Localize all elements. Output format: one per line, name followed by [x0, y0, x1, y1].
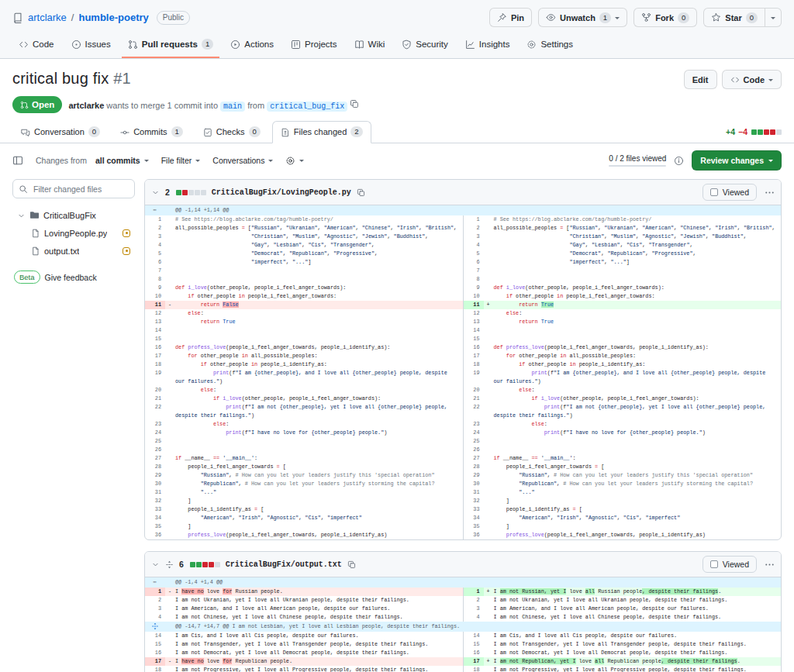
nav-issues[interactable]: Issues [65, 33, 117, 58]
line-number-right[interactable]: 17 [463, 352, 484, 360]
line-number-left[interactable]: 8 [145, 275, 165, 284]
nav-wiki[interactable]: Wiki [348, 33, 392, 58]
diff-settings-button[interactable] [285, 155, 304, 166]
line-number-left[interactable]: 28 [145, 463, 165, 471]
line-number-right[interactable]: 7 [463, 267, 484, 275]
tree-file-output.txt[interactable]: output.txt [12, 242, 135, 260]
line-number-left[interactable]: 22 [145, 403, 165, 420]
line-number-right[interactable]: 10 [463, 292, 484, 301]
star-dropdown-button[interactable] [765, 8, 782, 27]
line-number-left[interactable]: 1 [145, 588, 165, 596]
base-branch-label[interactable]: main [220, 102, 245, 112]
line-number-right[interactable]: 3 [463, 605, 484, 613]
file-path-link[interactable]: CriticalBugFix/output.txt [226, 560, 342, 569]
line-number-left[interactable]: 30 [145, 480, 165, 488]
line-number-right[interactable]: 17 [463, 657, 484, 666]
line-number-left[interactable]: 15 [145, 335, 165, 343]
line-number-right[interactable]: 5 [463, 250, 484, 258]
expand-hunk-button[interactable]: ⋯ [145, 578, 165, 587]
line-number-left[interactable]: 27 [145, 454, 165, 463]
line-number-right[interactable]: 28 [463, 463, 484, 471]
collapse-file-button[interactable] [151, 188, 160, 198]
line-number-right[interactable]: 2 [463, 224, 484, 233]
line-number-left[interactable]: 32 [145, 497, 165, 505]
line-number-right[interactable]: 23 [463, 420, 484, 429]
line-number-right[interactable]: 18 [463, 360, 484, 369]
line-number-right[interactable]: 15 [463, 640, 484, 649]
line-number-right[interactable]: 26 [463, 446, 484, 454]
nav-pull-requests[interactable]: Pull requests1 [122, 33, 220, 58]
line-number-left[interactable]: 13 [145, 318, 165, 326]
copy-path-button[interactable] [357, 188, 365, 197]
line-number-right[interactable]: 19 [463, 369, 484, 386]
line-number-left[interactable]: 21 [145, 395, 165, 403]
repo-name-link[interactable]: humble-poetry [78, 12, 148, 23]
line-number-right[interactable]: 29 [463, 471, 484, 480]
info-icon[interactable] [674, 155, 684, 166]
line-number-left[interactable]: 2 [145, 596, 165, 605]
copy-path-button[interactable] [347, 560, 356, 569]
line-number-right[interactable]: 30 [463, 480, 484, 488]
line-number-left[interactable]: 26 [145, 446, 165, 454]
line-number-right[interactable]: 24 [463, 429, 484, 437]
line-number-left[interactable]: 31 [145, 488, 165, 497]
line-number-left[interactable]: 15 [145, 640, 165, 649]
line-number-right[interactable]: 11 [463, 301, 484, 309]
line-number-left[interactable]: 3 [145, 233, 165, 241]
fork-button[interactable]: Fork0 [633, 8, 697, 27]
unwatch-button[interactable]: Unwatch1 [538, 8, 627, 27]
head-branch-label[interactable]: critical_bug_fix [267, 102, 347, 112]
line-number-left[interactable]: 1 [145, 215, 165, 224]
line-number-left[interactable]: 16 [145, 649, 165, 657]
filter-changed-files-input[interactable] [32, 184, 129, 195]
line-number-right[interactable]: 27 [463, 454, 484, 463]
line-number-right[interactable]: 22 [463, 403, 484, 420]
line-number-right[interactable]: 31 [463, 488, 484, 497]
viewed-checkbox[interactable]: Viewed [703, 184, 757, 201]
tab-conversation[interactable]: Conversation0 [12, 121, 109, 143]
line-number-right[interactable]: 16 [463, 343, 484, 352]
nav-actions[interactable]: Actions [224, 33, 280, 58]
star-button[interactable]: Star0 [703, 8, 765, 27]
line-number-left[interactable]: 18 [145, 360, 165, 369]
author-link[interactable]: artclarke [68, 101, 104, 110]
viewed-checkbox[interactable]: Viewed [703, 556, 757, 573]
nav-projects[interactable]: Projects [285, 33, 343, 58]
line-number-right[interactable]: 14 [463, 632, 484, 640]
line-number-left[interactable]: 11 [145, 301, 165, 309]
line-number-right[interactable]: 13 [463, 318, 484, 326]
tab-checks[interactable]: Checks0 [195, 121, 269, 143]
diffstat[interactable]: +4 −4 [726, 127, 782, 143]
line-number-right[interactable]: 4 [463, 613, 484, 622]
file-options-button[interactable] [765, 560, 775, 570]
line-number-left[interactable]: 4 [145, 241, 165, 250]
nav-security[interactable]: Security [395, 33, 454, 58]
line-number-right[interactable]: 6 [463, 258, 484, 267]
expand-hunk-button[interactable]: ⋯ [145, 206, 165, 215]
line-number-right[interactable]: 1 [463, 588, 484, 596]
line-number-right[interactable]: 18 [463, 666, 484, 672]
line-number-left[interactable]: 36 [145, 531, 165, 539]
line-number-left[interactable]: 14 [145, 632, 165, 640]
line-number-right[interactable]: 8 [463, 275, 484, 284]
line-number-right[interactable]: 1 [463, 215, 484, 224]
line-number-left[interactable]: 35 [145, 522, 165, 531]
line-number-right[interactable]: 35 [463, 522, 484, 531]
nav-settings[interactable]: Settings [520, 33, 579, 58]
changes-from-dropdown[interactable]: Changes from all commits [36, 156, 149, 165]
line-number-left[interactable]: 4 [145, 613, 165, 622]
line-number-left[interactable]: 9 [145, 284, 165, 292]
line-number-left[interactable]: 14 [145, 326, 165, 335]
repo-owner-link[interactable]: artclarke [28, 12, 67, 23]
line-number-left[interactable]: 12 [145, 309, 165, 318]
code-dropdown-button[interactable]: Code [722, 70, 782, 89]
line-number-right[interactable]: 3 [463, 233, 484, 241]
line-number-left[interactable]: 10 [145, 292, 165, 301]
line-number-right[interactable]: 12 [463, 309, 484, 318]
line-number-left[interactable]: 17 [145, 657, 165, 666]
line-number-right[interactable]: 20 [463, 386, 484, 395]
line-number-right[interactable]: 2 [463, 596, 484, 605]
tree-file-LovingPeople.py[interactable]: LovingPeople.py [12, 224, 135, 242]
line-number-right[interactable]: 16 [463, 649, 484, 657]
line-number-left[interactable]: 33 [145, 505, 165, 514]
